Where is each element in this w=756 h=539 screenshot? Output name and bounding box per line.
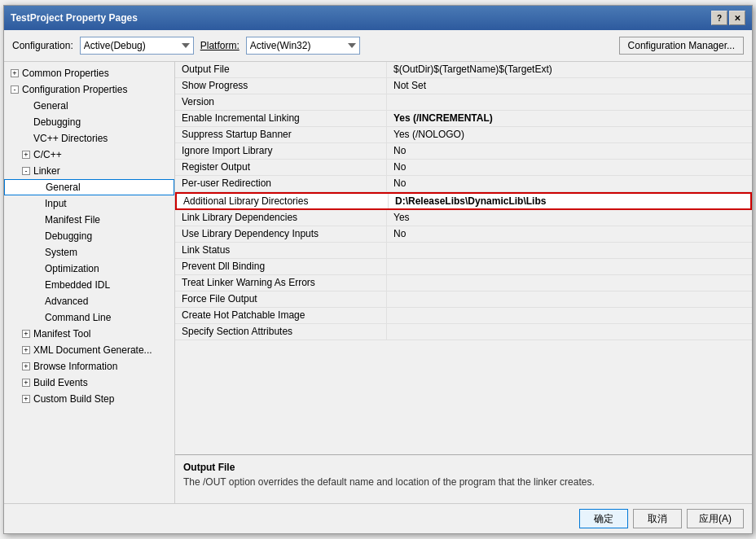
prop-name-15: Create Hot Patchable Image [175, 308, 387, 323]
prop-name-12: Prevent Dll Binding [175, 259, 387, 274]
right-panel: Output File$(OutDir)$(TargetName)$(Targe… [175, 62, 752, 503]
prop-value-9: Yes [387, 210, 752, 226]
tree-item-debugging[interactable]: Debugging [4, 114, 174, 130]
tree-item-linker-system[interactable]: System [4, 244, 174, 261]
prop-name-9: Link Library Dependencies [175, 210, 387, 226]
tree-label-custom-build-step: Custom Build Step [33, 393, 114, 405]
tree-label-linker-optimization: Optimization [45, 263, 99, 274]
prop-value-7: No [387, 176, 752, 191]
tree-item-linker-manifest[interactable]: Manifest File [4, 212, 174, 228]
prop-value-15 [387, 308, 752, 323]
tree-item-linker-debugging[interactable]: Debugging [4, 228, 174, 244]
prop-value-6: No [387, 160, 752, 175]
expand-box-browse-info: + [22, 362, 30, 370]
tree-item-linker-general[interactable]: General [4, 179, 174, 195]
prop-name-5: Ignore Import Library [175, 143, 387, 159]
prop-name-13: Treat Linker Warning As Errors [175, 275, 387, 291]
prop-row-5[interactable]: Ignore Import LibraryNo [175, 143, 752, 160]
platform-label: Platform: [200, 40, 240, 51]
expand-box-build-events: + [22, 379, 30, 387]
bottom-bar: 确定 取消 应用(A) [4, 503, 752, 533]
prop-row-3[interactable]: Enable Incremental LinkingYes (/INCREMEN… [175, 111, 752, 127]
prop-name-2: Version [175, 94, 387, 110]
tree-item-general[interactable]: General [4, 98, 174, 114]
title-bar-buttons: ? ✕ [711, 11, 745, 25]
expand-box-custom-build-step: + [22, 395, 30, 403]
tree-item-linker[interactable]: -Linker [4, 163, 174, 179]
help-button[interactable]: ? [711, 11, 727, 25]
expand-box-manifest-tool: + [22, 330, 30, 338]
tree-item-common-properties[interactable]: +Common Properties [4, 65, 174, 81]
tree-label-linker-general: General [46, 182, 81, 193]
prop-row-16[interactable]: Specify Section Attributes [175, 324, 752, 340]
description-title: Output File [183, 462, 744, 473]
tree-item-linker-embedded-idl[interactable]: Embedded IDL [4, 277, 174, 293]
prop-row-0[interactable]: Output File$(OutDir)$(TargetName)$(Targe… [175, 62, 752, 78]
prop-value-8: D:\ReleaseLibs\DynamicLib\Libs [389, 194, 750, 208]
tree-item-custom-build-step[interactable]: +Custom Build Step [4, 391, 174, 407]
cancel-button[interactable]: 取消 [633, 509, 682, 528]
main-content: +Common Properties-Configuration Propert… [4, 62, 752, 503]
prop-row-7[interactable]: Per-user RedirectionNo [175, 176, 752, 192]
tree-item-linker-optimization[interactable]: Optimization [4, 261, 174, 277]
expand-box-configuration-properties: - [11, 85, 19, 94]
prop-name-4: Suppress Startup Banner [175, 127, 387, 142]
left-panel: +Common Properties-Configuration Propert… [4, 62, 175, 503]
prop-row-13[interactable]: Treat Linker Warning As Errors [175, 275, 752, 291]
configuration-select[interactable]: Active(Debug) [80, 37, 194, 55]
prop-value-4: Yes (/NOLOGO) [387, 127, 752, 142]
prop-name-3: Enable Incremental Linking [175, 111, 387, 126]
tree-label-linker-command-line: Command Line [45, 312, 111, 323]
prop-value-0: $(OutDir)$(TargetName)$(TargetExt) [387, 62, 752, 77]
expand-box-cpp: + [22, 151, 30, 159]
tree-item-cpp[interactable]: +C/C++ [4, 147, 174, 163]
tree-item-vc-directories[interactable]: VC++ Directories [4, 130, 174, 147]
tree-label-linker-manifest: Manifest File [45, 214, 100, 226]
tree-label-linker-system: System [45, 247, 77, 258]
prop-row-14[interactable]: Force File Output [175, 291, 752, 308]
prop-row-8[interactable]: Additional Library DirectoriesD:\Release… [175, 192, 752, 210]
properties-table: Output File$(OutDir)$(TargetName)$(Targe… [175, 62, 752, 454]
tree-label-common-properties: Common Properties [22, 68, 109, 79]
prop-row-11[interactable]: Link Status [175, 243, 752, 259]
prop-value-5: No [387, 143, 752, 159]
tree-item-xml-doc-gen[interactable]: +XML Document Generate... [4, 342, 174, 358]
prop-row-4[interactable]: Suppress Startup BannerYes (/NOLOGO) [175, 127, 752, 143]
tree-label-linker: Linker [33, 165, 60, 177]
configuration-label: Configuration: [12, 40, 73, 51]
tree-item-linker-advanced[interactable]: Advanced [4, 293, 174, 309]
prop-row-15[interactable]: Create Hot Patchable Image [175, 308, 752, 324]
tree-label-linker-input: Input [45, 198, 67, 209]
prop-value-3: Yes (/INCREMENTAL) [387, 111, 752, 126]
tree-item-browse-info[interactable]: +Browse Information [4, 358, 174, 375]
prop-row-6[interactable]: Register OutputNo [175, 160, 752, 176]
prop-row-12[interactable]: Prevent Dll Binding [175, 259, 752, 275]
tree-item-configuration-properties[interactable]: -Configuration Properties [4, 81, 174, 98]
platform-select[interactable]: Active(Win32) [246, 37, 360, 55]
tree-label-configuration-properties: Configuration Properties [22, 84, 127, 95]
prop-name-6: Register Output [175, 160, 387, 175]
description-text: The /OUT option overrides the default na… [183, 476, 744, 488]
tree-item-manifest-tool[interactable]: +Manifest Tool [4, 326, 174, 342]
prop-row-10[interactable]: Use Library Dependency InputsNo [175, 226, 752, 243]
expand-box-common-properties: + [11, 69, 19, 77]
tree-label-xml-doc-gen: XML Document Generate... [33, 344, 152, 356]
tree-label-linker-advanced: Advanced [45, 296, 88, 307]
tree-item-linker-command-line[interactable]: Command Line [4, 309, 174, 326]
close-button[interactable]: ✕ [729, 11, 745, 25]
tree-label-manifest-tool: Manifest Tool [33, 328, 90, 340]
prop-row-2[interactable]: Version [175, 94, 752, 111]
prop-value-12 [387, 259, 752, 274]
prop-name-8: Additional Library Directories [177, 194, 389, 208]
apply-button[interactable]: 应用(A) [687, 509, 744, 528]
tree-item-linker-input[interactable]: Input [4, 195, 174, 212]
tree-label-linker-debugging: Debugging [45, 230, 92, 242]
prop-row-9[interactable]: Link Library DependenciesYes [175, 210, 752, 226]
tree-label-vc-directories: VC++ Directories [33, 133, 108, 144]
prop-row-1[interactable]: Show ProgressNot Set [175, 78, 752, 94]
tree-item-build-events[interactable]: +Build Events [4, 375, 174, 391]
ok-button[interactable]: 确定 [579, 509, 628, 528]
config-manager-button[interactable]: Configuration Manager... [619, 37, 744, 55]
description-panel: Output File The /OUT option overrides th… [175, 454, 752, 503]
prop-value-10: No [387, 226, 752, 242]
